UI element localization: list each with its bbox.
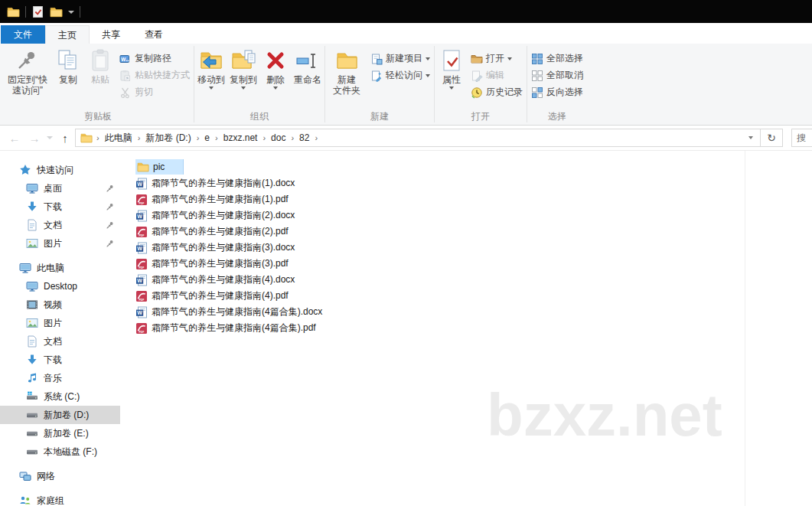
sidebar-item-drive-d[interactable]: 新加卷 (D:): [0, 406, 120, 424]
tab-home[interactable]: 主页: [45, 25, 90, 44]
select-all-button[interactable]: 全部选择: [528, 52, 586, 65]
invert-selection-button[interactable]: 反向选择: [528, 86, 586, 99]
qat-customize-chevron-icon[interactable]: [68, 11, 74, 14]
chevron-down-icon: [209, 87, 214, 90]
sidebar-item-pictures[interactable]: 图片: [0, 314, 120, 332]
move-to-button[interactable]: 移动到: [195, 45, 227, 90]
ribbon-separator: [194, 46, 194, 122]
history-clock-icon: [471, 87, 483, 99]
titlebar-separator: [80, 6, 80, 18]
file-row[interactable]: 霜降节气的养生与健康指南(2).docx: [135, 207, 812, 224]
chevron-down-icon: [426, 57, 430, 60]
sidebar-item-documents[interactable]: 文档: [0, 332, 120, 351]
sidebar-item-desktop-qa[interactable]: 桌面: [0, 179, 120, 198]
pin-icon: [106, 184, 114, 193]
file-row[interactable]: 霜降节气的养生与健康指南(2).pdf: [135, 224, 812, 240]
up-button[interactable]: ↑: [55, 132, 75, 145]
chevron-down-icon: [241, 87, 246, 90]
breadcrumb-82[interactable]: 82: [294, 132, 315, 143]
properties-icon: [439, 48, 464, 73]
sidebar-item-quick-access[interactable]: 快速访问: [0, 161, 120, 179]
sidebar-item-documents-qa[interactable]: 文档: [0, 216, 120, 234]
rename-icon: [295, 48, 320, 73]
properties-button[interactable]: 属性: [435, 45, 468, 90]
titlebar-separator: [25, 6, 26, 18]
breadcrumb-bzxz[interactable]: bzxz.net: [218, 132, 263, 143]
sidebar-item-network[interactable]: 网络: [0, 467, 120, 485]
search-input[interactable]: 搜: [791, 129, 812, 147]
breadcrumb-e[interactable]: e: [199, 132, 215, 143]
file-row[interactable]: 霜降节气的养生与健康指南(4).pdf: [135, 288, 812, 304]
search-hint-text: 搜: [797, 132, 806, 145]
pdf-doc-icon: [135, 226, 148, 238]
select-all-grid-icon: [531, 53, 543, 65]
sidebar-item-desktop[interactable]: Desktop: [0, 277, 120, 295]
forward-button[interactable]: →: [24, 132, 44, 145]
pdf-doc-icon: [135, 290, 148, 302]
sidebar-item-downloads[interactable]: 下载: [0, 351, 120, 369]
select-none-grid-icon: [531, 70, 543, 82]
sidebar-item-pictures-qa[interactable]: 图片: [0, 234, 120, 253]
new-group-label: 新建: [326, 111, 433, 125]
refresh-button[interactable]: ↻: [761, 129, 782, 146]
qat-new-folder-icon[interactable]: [50, 5, 63, 18]
tab-share[interactable]: 共享: [90, 25, 132, 44]
paste-icon: [88, 48, 113, 73]
pictures-icon: [26, 237, 38, 250]
sidebar-item-drive-e[interactable]: 新加卷 (E:): [0, 424, 120, 442]
edit-button: 编辑: [468, 69, 526, 82]
easy-access-button[interactable]: 轻松访问: [367, 69, 433, 82]
delete-button[interactable]: 删除: [259, 45, 292, 90]
back-button[interactable]: ←: [5, 132, 24, 145]
pictures-icon: [26, 317, 38, 329]
breadcrumb-drive-d[interactable]: 新加卷 (D:): [140, 132, 196, 145]
file-row[interactable]: 霜降节气的养生与健康指南(4篇合集).docx: [135, 304, 812, 320]
ribbon-group-new: 新建 文件夹 新建项目 轻松访问 新建: [326, 44, 433, 125]
select-none-button[interactable]: 全部取消: [528, 69, 586, 82]
open-button[interactable]: 打开: [468, 52, 526, 65]
breadcrumb-this-pc[interactable]: 此电脑: [99, 132, 138, 145]
history-button[interactable]: 历史记录: [468, 86, 526, 99]
new-folder-button[interactable]: 新建 文件夹: [326, 45, 367, 96]
documents-icon: [26, 335, 38, 348]
rename-button[interactable]: 重命名: [292, 45, 324, 85]
tab-view[interactable]: 查看: [132, 25, 175, 44]
breadcrumb-doc[interactable]: doc: [266, 132, 291, 143]
sidebar-item-drive-f[interactable]: 本地磁盘 (F:): [0, 442, 120, 461]
address-dropdown-chevron-icon[interactable]: [742, 129, 760, 146]
sidebar-item-videos[interactable]: 视频: [0, 295, 120, 314]
copy-to-button[interactable]: 复制到: [227, 45, 259, 90]
sidebar-item-downloads-qa[interactable]: 下载: [0, 198, 120, 216]
sidebar-item-music[interactable]: 音乐: [0, 369, 120, 387]
qat-properties-icon[interactable]: [31, 5, 44, 18]
tab-file[interactable]: 文件: [1, 25, 45, 44]
sidebar-item-drive-c[interactable]: 系统 (C:): [0, 387, 120, 406]
pin-to-quick-access-button[interactable]: 固定到“快 速访问”: [3, 45, 52, 96]
address-box[interactable]: 此电脑 新加卷 (D:) e bzxz.net doc 82 ↻: [75, 129, 783, 147]
quick-access-star-icon: [19, 164, 31, 176]
file-row[interactable]: 霜降节气的养生与健康指南(4篇合集).pdf: [135, 320, 812, 336]
file-row[interactable]: 霜降节气的养生与健康指南(3).pdf: [135, 256, 812, 272]
file-row-pic[interactable]: pic: [135, 158, 812, 175]
content-area: bzxz.net 快速访问 桌面 下载 文档 图片 此电: [0, 151, 812, 506]
paste-shortcut-icon: [119, 70, 132, 82]
paste-button: 粘贴: [84, 45, 116, 85]
copy-icon: [56, 48, 80, 73]
recent-locations-chevron-icon[interactable]: [47, 136, 53, 139]
ribbon-separator: [324, 46, 325, 122]
sidebar-item-homegroup[interactable]: 家庭组: [0, 491, 120, 506]
new-item-icon: [370, 53, 383, 65]
file-row[interactable]: 霜降节气的养生与健康指南(4).docx: [135, 272, 812, 288]
copy-button[interactable]: 复制: [52, 45, 84, 85]
pin-icon: [106, 221, 114, 230]
file-row[interactable]: 霜降节气的养生与健康指南(1).pdf: [135, 191, 812, 207]
new-item-button[interactable]: 新建项目: [367, 52, 433, 65]
chevron-down-icon: [426, 74, 430, 77]
pdf-doc-icon: [135, 258, 148, 270]
ribbon-group-clipboard: 固定到“快 速访问” 复制 粘贴 复制路径 粘贴快捷方式: [3, 44, 193, 125]
file-row[interactable]: 霜降节气的养生与健康指南(1).docx: [135, 175, 812, 191]
copy-path-button[interactable]: 复制路径: [116, 52, 193, 65]
network-icon: [19, 470, 31, 482]
file-row[interactable]: 霜降节气的养生与健康指南(3).docx: [135, 240, 812, 256]
sidebar-item-this-pc[interactable]: 此电脑: [0, 259, 120, 277]
